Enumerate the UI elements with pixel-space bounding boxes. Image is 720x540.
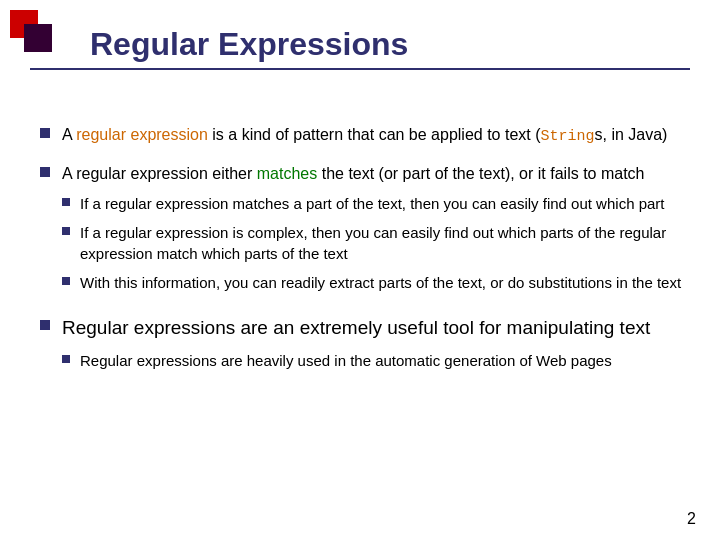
sub-bullet-2-3-text: With this information, you can readily e… (80, 272, 681, 293)
main-bullet-1: A regular expression is a kind of patter… (40, 123, 690, 148)
logo-square-dark (24, 24, 52, 52)
slide-title: Regular Expressions (90, 26, 690, 63)
slide-divider (30, 68, 690, 70)
sub-bullet-2-2-text: If a regular expression is complex, then… (80, 222, 690, 264)
logo-decoration (10, 10, 60, 60)
page-number: 2 (687, 510, 696, 528)
sub-bullet-2-3: With this information, you can readily e… (62, 272, 690, 293)
sub-bullet-2-1: If a regular expression matches a part o… (62, 193, 690, 214)
slide-container: Regular Expressions A regular expression… (0, 0, 720, 540)
bullet-icon-3 (40, 320, 50, 330)
main-bullet-3: Regular expressions are an extremely use… (40, 315, 690, 379)
sub-bullet-icon-2-2 (62, 227, 70, 235)
bullet-icon-1 (40, 128, 50, 138)
sub-bullet-2-1-text: If a regular expression matches a part o… (80, 193, 665, 214)
bullet-2-content: A regular expression either matches the … (62, 162, 645, 185)
sub-bullet-list-3: Regular expressions are heavily used in … (62, 350, 612, 379)
strings-code: String (541, 128, 595, 145)
bullet-3-content: Regular expressions are an extremely use… (62, 315, 650, 342)
sub-bullet-2-2: If a regular expression is complex, then… (62, 222, 690, 264)
main-bullet-2: A regular expression either matches the … (40, 162, 690, 301)
content-area: A regular expression is a kind of patter… (30, 123, 690, 379)
sub-bullet-icon-2-1 (62, 198, 70, 206)
sub-bullet-3-1-text: Regular expressions are heavily used in … (80, 350, 612, 371)
bullet-icon-2 (40, 167, 50, 177)
regular-expression-highlight: regular expression (76, 126, 208, 143)
sub-bullet-list-2: If a regular expression matches a part o… (62, 193, 690, 301)
bullet-1-content: A regular expression is a kind of patter… (62, 123, 690, 148)
sub-bullet-icon-3-1 (62, 355, 70, 363)
sub-bullet-3-1: Regular expressions are heavily used in … (62, 350, 612, 371)
matches-highlight: matches (257, 165, 317, 182)
main-bullet-list: A regular expression is a kind of patter… (40, 123, 690, 379)
sub-bullet-icon-2-3 (62, 277, 70, 285)
